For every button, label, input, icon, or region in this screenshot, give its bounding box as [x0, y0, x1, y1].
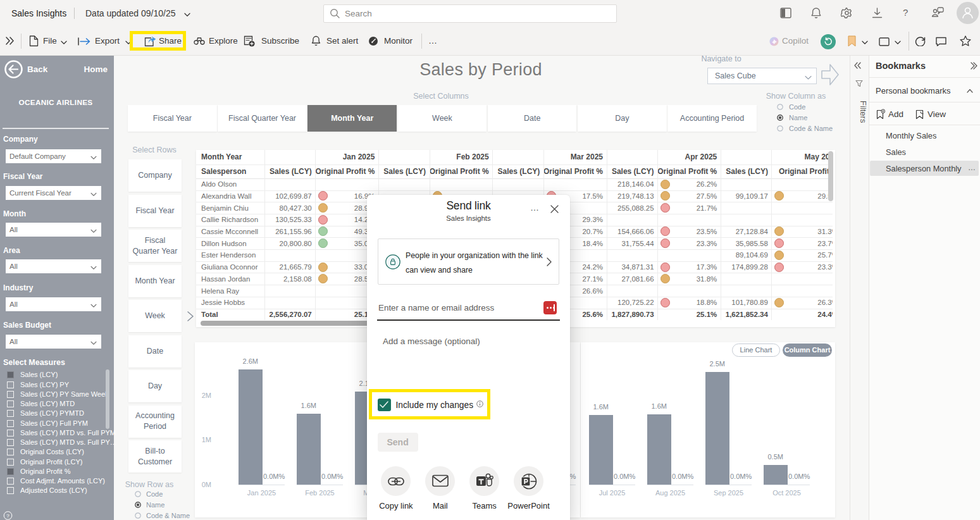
svg-text:?: ?: [6, 513, 9, 519]
